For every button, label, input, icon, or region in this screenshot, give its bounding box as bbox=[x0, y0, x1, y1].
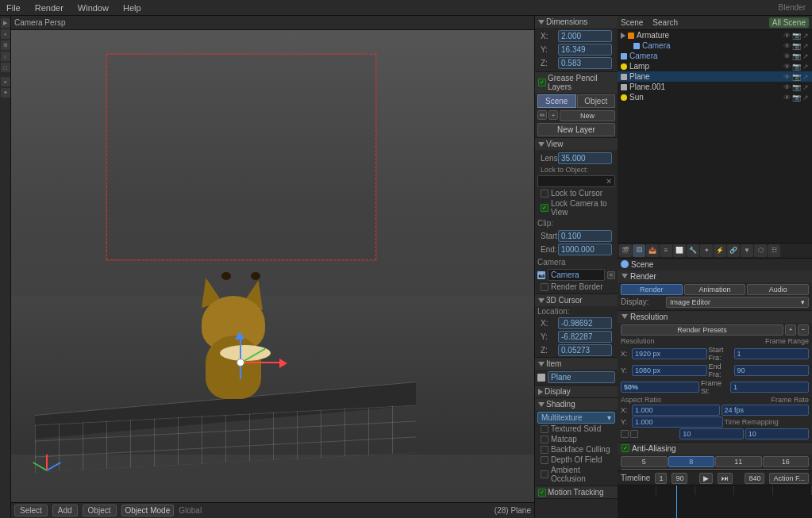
tool-move[interactable]: ⊕ bbox=[1, 40, 10, 50]
prop-tab-material[interactable]: ⬡ bbox=[754, 244, 767, 257]
outliner-filter-btn[interactable]: All Scene bbox=[769, 17, 809, 28]
menu-render[interactable]: Render bbox=[32, 3, 67, 13]
aspect-y-value[interactable]: 1.000 bbox=[632, 416, 723, 428]
prop-tab-data[interactable]: ▼ bbox=[741, 244, 753, 257]
cursor-header[interactable]: 3D Cursor bbox=[535, 294, 618, 306]
prop-tab-modifier[interactable]: 🔧 bbox=[687, 244, 699, 257]
prop-tab-scene[interactable]: 🎬 bbox=[619, 244, 632, 257]
armature-sel-icon[interactable]: ↗ bbox=[802, 32, 809, 40]
backface-chk[interactable] bbox=[541, 446, 548, 454]
presets-remove-btn[interactable]: − bbox=[798, 324, 809, 336]
item-name-field[interactable]: Plane bbox=[548, 371, 615, 383]
dim-y-value[interactable]: 16.349 bbox=[558, 44, 612, 56]
end-fra-value[interactable]: 90 bbox=[734, 365, 810, 376]
prop-tab-physics[interactable]: ⚡ bbox=[714, 244, 726, 257]
audio-btn[interactable]: Audio bbox=[747, 284, 809, 295]
presets-add-btn[interactable]: + bbox=[785, 324, 796, 336]
ao-chk[interactable] bbox=[541, 470, 548, 478]
tool-cursor[interactable]: + bbox=[1, 29, 10, 39]
timeline-play-btn[interactable]: ▶ bbox=[699, 473, 713, 484]
gp-pencil-icon[interactable]: ✏ bbox=[537, 110, 547, 120]
cursor-y-value[interactable]: -6.82287 bbox=[558, 331, 612, 343]
lock-obj-field[interactable]: ✕ bbox=[537, 175, 615, 187]
start-fra-value[interactable]: 1 bbox=[734, 348, 810, 359]
textured-solid-chk[interactable] bbox=[541, 425, 548, 433]
menu-file[interactable]: File bbox=[3, 3, 24, 13]
render-btn[interactable]: Render bbox=[621, 284, 683, 295]
aa-header[interactable]: ✓ Anti-Aliasing bbox=[618, 443, 812, 455]
sun-render[interactable]: 📷 bbox=[792, 94, 801, 102]
aa-5-btn[interactable]: 5 bbox=[621, 456, 668, 467]
viewport-canvas[interactable] bbox=[11, 30, 534, 502]
dim-x-value[interactable]: 2.000 bbox=[558, 30, 612, 42]
shading-mode-dropdown[interactable]: Multitexture ▾ bbox=[537, 412, 615, 424]
timeline-start-frame[interactable]: 1 bbox=[655, 473, 667, 484]
camera-child-vis[interactable]: 👁 bbox=[783, 42, 791, 50]
armature-vis-icon[interactable]: 👁 bbox=[783, 32, 791, 40]
prop-dimensions-header[interactable]: Resolution bbox=[618, 311, 812, 323]
shading-header[interactable]: Shading bbox=[535, 398, 618, 410]
display-value-btn[interactable]: Image Editor ▾ bbox=[666, 297, 809, 308]
camera-render[interactable]: 📷 bbox=[792, 52, 801, 60]
prop-tab-constraints[interactable]: 🔗 bbox=[727, 244, 740, 257]
render-border-chk[interactable] bbox=[541, 283, 548, 291]
tool-select[interactable]: ▶ bbox=[1, 18, 10, 28]
outliner-item-plane001[interactable]: Plane.001 👁 📷 ↗ bbox=[618, 82, 812, 92]
outliner-item-camera[interactable]: Camera 👁 📷 ↗ bbox=[618, 51, 812, 61]
tr-val2[interactable]: 10 bbox=[745, 428, 809, 439]
status-object-btn[interactable]: Object bbox=[83, 505, 117, 516]
render-presets-btn[interactable]: Render Presets bbox=[621, 324, 783, 336]
outliner-item-sun[interactable]: Sun 👁 📷 ↗ bbox=[618, 92, 812, 102]
prop-tab-texture[interactable]: ☷ bbox=[768, 244, 780, 257]
res-y-value[interactable]: 1080 px bbox=[632, 365, 707, 376]
cursor-z-value[interactable]: 0.05273 bbox=[558, 344, 612, 356]
matcap-chk[interactable] bbox=[541, 436, 548, 443]
outliner-item-plane[interactable]: Plane 👁 📷 ↗ bbox=[618, 71, 812, 82]
gp-new-layer-btn[interactable]: New Layer bbox=[537, 123, 615, 136]
aa-16-btn[interactable]: 16 bbox=[763, 456, 810, 467]
timeline-body[interactable] bbox=[618, 485, 812, 518]
anim-btn[interactable]: Animation bbox=[684, 284, 746, 295]
display-header[interactable]: Display bbox=[535, 386, 618, 397]
prop-tab-particles[interactable]: ✦ bbox=[700, 244, 713, 257]
frame-step-value[interactable]: 1 bbox=[730, 382, 809, 393]
tool-rotate[interactable]: ○ bbox=[1, 52, 10, 61]
view-header[interactable]: View bbox=[535, 138, 618, 150]
gp-tab-scene[interactable]: Scene bbox=[537, 94, 576, 108]
pct-value[interactable]: 50% bbox=[621, 382, 699, 393]
outliner-item-armature[interactable]: Armature 👁 📷 ↗ bbox=[618, 30, 812, 40]
motion-tracking-header[interactable]: ✓ Motion Tracking bbox=[535, 486, 618, 498]
plane-vis[interactable]: 👁 bbox=[783, 73, 791, 81]
border-chk[interactable] bbox=[621, 430, 629, 438]
dimensions-header[interactable]: Dimensions bbox=[535, 16, 618, 28]
motion-tracking-chk[interactable]: ✓ bbox=[538, 489, 546, 497]
lamp-vis[interactable]: 👁 bbox=[783, 63, 791, 71]
menu-window[interactable]: Window bbox=[75, 3, 112, 13]
lock-cursor-chk[interactable] bbox=[541, 190, 548, 198]
local-camera-clear[interactable]: ✕ bbox=[607, 271, 615, 279]
cursor-x-value[interactable]: -0.98692 bbox=[558, 317, 612, 329]
plane001-render[interactable]: 📷 bbox=[792, 83, 801, 91]
outliner-search-label[interactable]: Search bbox=[652, 18, 678, 27]
prop-tab-output[interactable]: 📤 bbox=[646, 244, 659, 257]
gp-tab-object[interactable]: Object bbox=[577, 94, 616, 108]
prop-tab-view[interactable]: ≡ bbox=[660, 244, 672, 257]
status-select-btn[interactable]: Select bbox=[14, 505, 48, 516]
gp-new-btn[interactable]: New bbox=[560, 110, 615, 121]
item-header[interactable]: Item bbox=[535, 358, 618, 370]
camera-sel[interactable]: ↗ bbox=[802, 52, 809, 60]
local-camera-field[interactable]: Camera bbox=[548, 269, 605, 281]
outliner-item-lamp[interactable]: Lamp 👁 📷 ↗ bbox=[618, 61, 812, 71]
menu-help[interactable]: Help bbox=[120, 3, 144, 13]
dof-chk[interactable] bbox=[541, 456, 548, 464]
clip-start-value[interactable]: 0.100 bbox=[558, 230, 612, 242]
tr-val1[interactable]: 10 bbox=[679, 428, 743, 439]
clip-end-value[interactable]: 1000.000 bbox=[558, 244, 612, 255]
plane-render[interactable]: 📷 bbox=[792, 73, 801, 81]
border-chk2[interactable] bbox=[630, 430, 638, 438]
timeline-frame-indicator[interactable]: 840 bbox=[745, 473, 764, 484]
res-x-value[interactable]: 1920 px bbox=[632, 348, 707, 359]
aa-8-btn[interactable]: 8 bbox=[668, 456, 715, 467]
plane-sel[interactable]: ↗ bbox=[802, 73, 809, 81]
timeline-action-btn[interactable]: Action F... bbox=[769, 473, 809, 484]
